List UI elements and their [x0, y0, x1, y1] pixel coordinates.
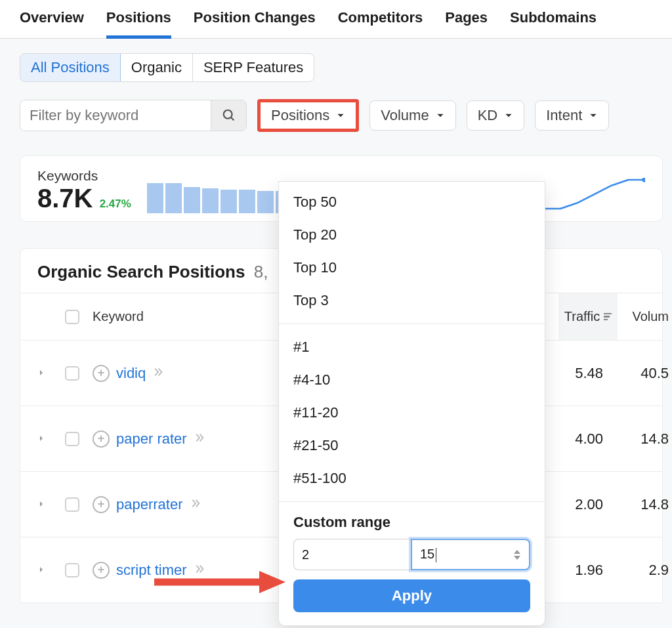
dd-divider [279, 324, 545, 324]
col-keyword[interactable]: Keyword [93, 309, 303, 324]
col-volume[interactable]: Volum [618, 309, 672, 324]
chevron-down-icon [589, 111, 598, 120]
bar [147, 183, 163, 213]
positions-table-count: 8, [254, 262, 268, 282]
keyword-filter-input[interactable] [20, 100, 211, 131]
svg-point-0 [223, 110, 232, 119]
number-stepper-icon[interactable] [513, 549, 521, 560]
volume-value: 14.8 [618, 430, 672, 448]
filter-positions-label: Positions [271, 107, 329, 124]
select-all-checkbox[interactable] [65, 310, 79, 324]
svg-point-2 [642, 178, 645, 182]
expand-row-icon[interactable] [37, 366, 65, 380]
dd-top-10[interactable]: Top 10 [279, 251, 545, 284]
keywords-stat-label: Keywords [37, 168, 131, 184]
dd-custom-from-value: 2 [302, 547, 309, 562]
traffic-value: 1.96 [558, 562, 618, 579]
volume-value: 2.9 [618, 562, 672, 579]
segment-all-positions[interactable]: All Positions [20, 53, 121, 82]
keywords-stat-value: 8.7K [37, 184, 93, 213]
col-traffic-label: Traffic [564, 309, 600, 324]
tab-position-changes[interactable]: Position Changes [194, 9, 316, 38]
position-type-segment: All Positions Organic SERP Features [20, 53, 314, 82]
chevron-double-right-icon[interactable] [194, 563, 205, 577]
expand-row-icon[interactable] [37, 563, 65, 577]
keyword-link[interactable]: paper rater [116, 430, 187, 448]
dd-pos-4-10[interactable]: #4-10 [279, 364, 545, 396]
filter-volume-pill[interactable]: Volume [369, 100, 455, 131]
tab-competitors[interactable]: Competitors [338, 9, 423, 38]
keywords-stat-text: Keywords 8.7K 2.47% [37, 168, 131, 213]
traffic-value: 4.00 [558, 430, 618, 448]
bar [220, 190, 237, 213]
main-tabs: Overview Positions Position Changes Comp… [0, 0, 672, 39]
add-keyword-icon[interactable]: + [93, 562, 110, 579]
keyword-filter-search-button[interactable] [211, 100, 246, 131]
bar [184, 187, 200, 213]
dd-pos-21-50[interactable]: #21-50 [279, 429, 545, 462]
keyword-link[interactable]: script timer [116, 562, 187, 579]
expand-row-icon[interactable] [37, 497, 65, 511]
keyword-filter [20, 100, 247, 131]
chevron-down-icon [436, 111, 445, 120]
tab-positions[interactable]: Positions [106, 9, 171, 39]
volume-value: 40.5 [618, 365, 672, 382]
dd-pos-11-20[interactable]: #11-20 [279, 396, 545, 429]
chevron-down-icon [336, 111, 345, 120]
row-checkbox[interactable] [65, 563, 79, 577]
dd-custom-to-value: 15 [420, 547, 436, 562]
add-keyword-icon[interactable]: + [93, 430, 110, 448]
dd-divider [279, 501, 545, 502]
bar [257, 191, 274, 213]
dd-custom-to-input[interactable]: 15 [411, 539, 530, 570]
dd-top-3[interactable]: Top 3 [279, 284, 545, 317]
add-keyword-icon[interactable]: + [93, 496, 110, 513]
keywords-stat-delta: 2.47% [100, 198, 131, 210]
filter-volume-label: Volume [381, 107, 429, 124]
dd-top-20[interactable]: Top 20 [279, 219, 545, 251]
chevron-down-icon [504, 111, 513, 120]
dd-apply-button[interactable]: Apply [293, 579, 530, 612]
filter-intent-pill[interactable]: Intent [535, 100, 609, 131]
segment-serp-features[interactable]: SERP Features [193, 54, 314, 81]
expand-row-icon[interactable] [37, 432, 65, 446]
row-checkbox[interactable] [65, 497, 79, 512]
chevron-double-right-icon[interactable] [152, 366, 164, 381]
segment-organic[interactable]: Organic [121, 54, 193, 81]
keyword-link[interactable]: vidiq [116, 365, 146, 382]
tab-subdomains[interactable]: Subdomains [510, 9, 597, 38]
svg-line-1 [230, 117, 234, 121]
tab-overview[interactable]: Overview [20, 9, 84, 38]
bar [165, 183, 182, 213]
filter-positions-pill[interactable]: Positions [257, 99, 359, 132]
positions-table-title-text: Organic Search Positions [37, 262, 245, 282]
filter-kd-label: KD [478, 107, 498, 124]
filter-row: Positions Volume KD Intent [20, 99, 663, 132]
traffic-value: 2.00 [558, 496, 618, 513]
row-checkbox[interactable] [65, 366, 79, 381]
dd-pos-51-100[interactable]: #51-100 [279, 462, 545, 495]
positions-filter-dropdown: Top 50 Top 20 Top 10 Top 3 #1 #4-10 #11-… [278, 181, 545, 626]
add-keyword-icon[interactable]: + [93, 365, 110, 382]
filter-intent-label: Intent [546, 107, 582, 124]
dd-top-50[interactable]: Top 50 [279, 186, 545, 219]
keyword-link[interactable]: paperrater [116, 496, 183, 513]
dd-custom-range-row: 2 15 [293, 539, 530, 570]
filter-kd-pill[interactable]: KD [467, 100, 525, 131]
chevron-double-right-icon[interactable] [190, 497, 201, 512]
tab-pages[interactable]: Pages [445, 9, 488, 38]
dd-pos-1[interactable]: #1 [279, 331, 545, 364]
bar [202, 188, 219, 213]
col-traffic[interactable]: Traffic [558, 293, 618, 340]
dd-custom-from-input[interactable]: 2 [293, 539, 411, 570]
bar [239, 190, 255, 213]
dd-custom-range-label: Custom range [293, 514, 530, 531]
chevron-double-right-icon[interactable] [194, 432, 205, 446]
volume-value: 14.8 [618, 496, 672, 513]
sort-desc-icon [604, 313, 612, 321]
search-icon [222, 108, 236, 123]
row-checkbox[interactable] [65, 432, 79, 446]
traffic-value: 5.48 [558, 365, 618, 382]
